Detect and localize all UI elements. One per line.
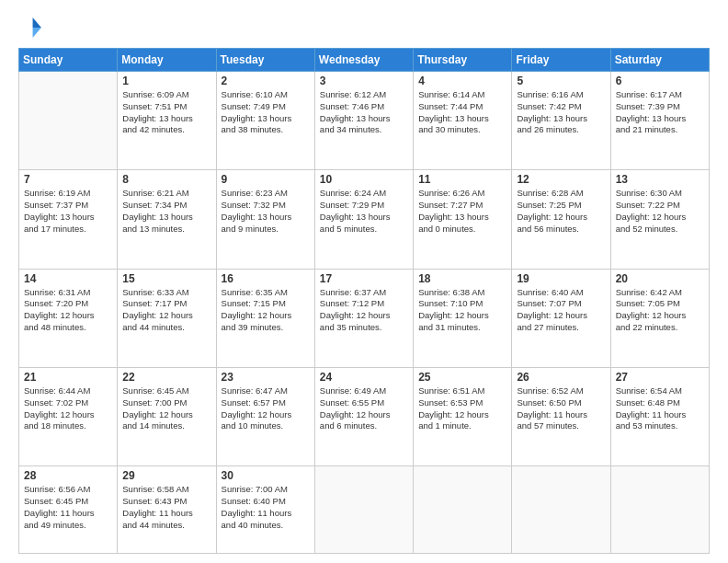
calendar-week-4: 28Sunrise: 6:56 AMSunset: 6:45 PMDayligh…	[19, 466, 710, 554]
calendar-cell: 1Sunrise: 6:09 AMSunset: 7:51 PMDaylight…	[118, 72, 216, 170]
cell-content: Sunrise: 6:35 AMSunset: 7:15 PMDaylight:…	[222, 287, 310, 334]
calendar-cell	[414, 466, 512, 554]
calendar-cell: 14Sunrise: 6:31 AMSunset: 7:20 PMDayligh…	[19, 269, 118, 367]
cell-content: Sunrise: 7:00 AMSunset: 6:40 PMDaylight:…	[222, 484, 310, 531]
calendar-cell	[314, 466, 413, 554]
calendar-cell: 8Sunrise: 6:21 AMSunset: 7:34 PMDaylight…	[118, 170, 216, 269]
day-number: 25	[418, 371, 506, 384]
calendar-cell: 4Sunrise: 6:14 AMSunset: 7:44 PMDaylight…	[414, 72, 512, 170]
day-number: 8	[122, 173, 210, 186]
calendar-cell: 18Sunrise: 6:38 AMSunset: 7:10 PMDayligh…	[414, 269, 512, 367]
cell-content: Sunrise: 6:47 AMSunset: 6:57 PMDaylight:…	[222, 385, 310, 432]
calendar-cell: 7Sunrise: 6:19 AMSunset: 7:37 PMDaylight…	[19, 170, 118, 269]
calendar-cell: 10Sunrise: 6:24 AMSunset: 7:29 PMDayligh…	[314, 170, 413, 269]
cell-content: Sunrise: 6:58 AMSunset: 6:43 PMDaylight:…	[122, 484, 210, 531]
cell-content: Sunrise: 6:40 AMSunset: 7:07 PMDaylight:…	[517, 287, 605, 334]
calendar-cell: 26Sunrise: 6:52 AMSunset: 6:50 PMDayligh…	[512, 367, 610, 465]
svg-marker-1	[33, 28, 41, 38]
day-number: 4	[418, 75, 506, 87]
day-number: 15	[122, 272, 210, 285]
calendar-header-friday: Friday	[512, 49, 610, 72]
day-number: 22	[122, 371, 210, 384]
day-number: 5	[517, 75, 605, 87]
cell-content: Sunrise: 6:54 AMSunset: 6:48 PMDaylight:…	[616, 385, 704, 432]
cell-content: Sunrise: 6:17 AMSunset: 7:39 PMDaylight:…	[616, 89, 704, 136]
calendar-cell: 2Sunrise: 6:10 AMSunset: 7:49 PMDaylight…	[216, 72, 314, 170]
calendar-cell: 12Sunrise: 6:28 AMSunset: 7:25 PMDayligh…	[512, 170, 610, 269]
day-number: 30	[222, 469, 310, 482]
cell-content: Sunrise: 6:21 AMSunset: 7:34 PMDaylight:…	[122, 188, 210, 235]
cell-content: Sunrise: 6:12 AMSunset: 7:46 PMDaylight:…	[320, 89, 408, 136]
cell-content: Sunrise: 6:30 AMSunset: 7:22 PMDaylight:…	[616, 188, 704, 235]
calendar-cell: 24Sunrise: 6:49 AMSunset: 6:55 PMDayligh…	[314, 367, 413, 465]
day-number: 13	[616, 173, 704, 186]
cell-content: Sunrise: 6:33 AMSunset: 7:17 PMDaylight:…	[122, 287, 210, 334]
calendar-header-sunday: Sunday	[19, 49, 118, 72]
cell-content: Sunrise: 6:10 AMSunset: 7:49 PMDaylight:…	[222, 89, 310, 136]
cell-content: Sunrise: 6:42 AMSunset: 7:05 PMDaylight:…	[616, 287, 704, 334]
calendar-cell: 3Sunrise: 6:12 AMSunset: 7:46 PMDaylight…	[314, 72, 413, 170]
day-number: 10	[320, 173, 408, 186]
cell-content: Sunrise: 6:14 AMSunset: 7:44 PMDaylight:…	[418, 89, 506, 136]
day-number: 29	[122, 469, 210, 482]
day-number: 1	[122, 75, 210, 87]
cell-content: Sunrise: 6:19 AMSunset: 7:37 PMDaylight:…	[24, 188, 112, 235]
calendar-week-2: 14Sunrise: 6:31 AMSunset: 7:20 PMDayligh…	[19, 269, 710, 367]
calendar-cell: 11Sunrise: 6:26 AMSunset: 7:27 PMDayligh…	[414, 170, 512, 269]
calendar-cell: 22Sunrise: 6:45 AMSunset: 7:00 PMDayligh…	[118, 367, 216, 465]
day-number: 2	[222, 75, 310, 87]
cell-content: Sunrise: 6:45 AMSunset: 7:00 PMDaylight:…	[122, 385, 210, 432]
logo-icon	[18, 15, 44, 40]
day-number: 17	[320, 272, 408, 285]
cell-content: Sunrise: 6:49 AMSunset: 6:55 PMDaylight:…	[320, 385, 408, 432]
day-number: 11	[418, 173, 506, 186]
day-number: 19	[517, 272, 605, 285]
calendar-cell: 23Sunrise: 6:47 AMSunset: 6:57 PMDayligh…	[216, 367, 314, 465]
calendar-cell: 9Sunrise: 6:23 AMSunset: 7:32 PMDaylight…	[216, 170, 314, 269]
day-number: 9	[222, 173, 310, 186]
day-number: 3	[320, 75, 408, 87]
cell-content: Sunrise: 6:23 AMSunset: 7:32 PMDaylight:…	[222, 188, 310, 235]
page: SundayMondayTuesdayWednesdayThursdayFrid…	[0, 0, 728, 563]
day-number: 14	[24, 272, 112, 285]
calendar-cell	[512, 466, 610, 554]
day-number: 12	[517, 173, 605, 186]
day-number: 23	[222, 371, 310, 384]
calendar-cell: 27Sunrise: 6:54 AMSunset: 6:48 PMDayligh…	[610, 367, 709, 465]
calendar-cell: 16Sunrise: 6:35 AMSunset: 7:15 PMDayligh…	[216, 269, 314, 367]
logo	[18, 15, 48, 40]
calendar-header-saturday: Saturday	[610, 49, 709, 72]
calendar-cell: 6Sunrise: 6:17 AMSunset: 7:39 PMDaylight…	[610, 72, 709, 170]
day-number: 16	[222, 272, 310, 285]
cell-content: Sunrise: 6:52 AMSunset: 6:50 PMDaylight:…	[517, 385, 605, 432]
day-number: 26	[517, 371, 605, 384]
calendar-cell: 5Sunrise: 6:16 AMSunset: 7:42 PMDaylight…	[512, 72, 610, 170]
calendar-cell	[610, 466, 709, 554]
day-number: 18	[418, 272, 506, 285]
day-number: 24	[320, 371, 408, 384]
day-number: 7	[24, 173, 112, 186]
calendar-week-0: 1Sunrise: 6:09 AMSunset: 7:51 PMDaylight…	[19, 72, 710, 170]
cell-content: Sunrise: 6:56 AMSunset: 6:45 PMDaylight:…	[24, 484, 112, 531]
calendar-header-monday: Monday	[118, 49, 216, 72]
cell-content: Sunrise: 6:51 AMSunset: 6:53 PMDaylight:…	[418, 385, 506, 432]
cell-content: Sunrise: 6:38 AMSunset: 7:10 PMDaylight:…	[418, 287, 506, 334]
calendar-header-tuesday: Tuesday	[216, 49, 314, 72]
calendar-cell: 28Sunrise: 6:56 AMSunset: 6:45 PMDayligh…	[19, 466, 118, 554]
svg-marker-0	[33, 17, 41, 28]
cell-content: Sunrise: 6:31 AMSunset: 7:20 PMDaylight:…	[24, 287, 112, 334]
calendar-cell: 20Sunrise: 6:42 AMSunset: 7:05 PMDayligh…	[610, 269, 709, 367]
calendar-cell: 15Sunrise: 6:33 AMSunset: 7:17 PMDayligh…	[118, 269, 216, 367]
calendar-cell: 25Sunrise: 6:51 AMSunset: 6:53 PMDayligh…	[414, 367, 512, 465]
calendar-table: SundayMondayTuesdayWednesdayThursdayFrid…	[18, 48, 710, 554]
calendar-cell	[19, 72, 118, 170]
calendar-week-1: 7Sunrise: 6:19 AMSunset: 7:37 PMDaylight…	[19, 170, 710, 269]
day-number: 20	[616, 272, 704, 285]
calendar-header-thursday: Thursday	[414, 49, 512, 72]
cell-content: Sunrise: 6:28 AMSunset: 7:25 PMDaylight:…	[517, 188, 605, 235]
calendar-cell: 13Sunrise: 6:30 AMSunset: 7:22 PMDayligh…	[610, 170, 709, 269]
cell-content: Sunrise: 6:09 AMSunset: 7:51 PMDaylight:…	[122, 89, 210, 136]
day-number: 28	[24, 469, 112, 482]
day-number: 6	[616, 75, 704, 87]
calendar-cell: 19Sunrise: 6:40 AMSunset: 7:07 PMDayligh…	[512, 269, 610, 367]
